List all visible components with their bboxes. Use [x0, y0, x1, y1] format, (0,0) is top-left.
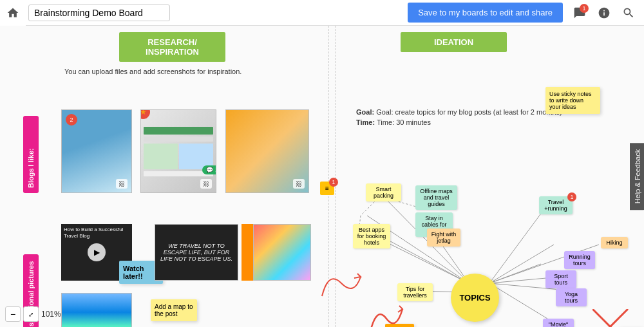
research-header: RESEARCH/ INSPIRATION — [119, 32, 225, 62]
blog-image-2[interactable]: ★ 💬 1 ⛓ — [140, 109, 216, 193]
zoom-level: 101% — [41, 310, 61, 319]
play-button[interactable]: ▶ — [88, 243, 106, 261]
travel-quote-image[interactable]: WE TRAVEL NOT TO ESCAPE LIFE, BUT FOR LI… — [155, 224, 238, 281]
svg-line-10 — [489, 209, 544, 283]
link-icon-1: ⛓ — [116, 179, 128, 189]
blog-image-3[interactable]: ⛓ — [225, 109, 309, 193]
orange-bar — [242, 224, 253, 281]
link-icon-2: ⛓ — [200, 179, 212, 189]
home-button[interactable] — [0, 0, 26, 26]
info-button[interactable] — [594, 3, 614, 23]
top-bar: Save to my boards to edit and share 1 — [0, 0, 644, 26]
hiking-node[interactable]: Hiking — [601, 237, 628, 248]
best-apps-node[interactable]: Best apps for booking hotels — [353, 224, 390, 248]
travel-running-badge: 1 — [567, 192, 576, 201]
smart-packing-node[interactable]: Smart packing — [366, 183, 401, 201]
fight-jetlag-node[interactable]: Fight with jetlag — [427, 229, 460, 247]
blogs-label: Blogs I like: — [23, 116, 39, 193]
scroll-sticky[interactable]: ≡ 1 — [320, 182, 334, 195]
save-button[interactable]: Save to my boards to edit and share — [408, 3, 563, 23]
yoga-tours-node[interactable]: Yoga tours — [556, 288, 587, 306]
add-map-sticky[interactable]: Add a map to the post — [151, 299, 197, 321]
running-tours-node[interactable]: Running tours — [564, 251, 595, 269]
help-feedback-tab[interactable]: Help & Feedback — [630, 143, 644, 210]
goal-text-area: Goal: Goal: create topics for my blog po… — [356, 108, 562, 126]
notif-bubble-1: 💬 1 — [202, 165, 216, 174]
topics-node[interactable]: TOPICS — [451, 274, 499, 322]
board-title-input[interactable] — [28, 5, 170, 21]
travel-running-node[interactable]: Travel +running 1 — [539, 196, 573, 214]
scroll-badge: 1 — [329, 178, 338, 187]
ideation-header: IDEATION — [401, 32, 507, 52]
offline-maps-node[interactable]: Offline maps and travel guides — [415, 185, 457, 210]
movie-tours-node[interactable]: "Movie" tours — [543, 319, 574, 327]
chat-button[interactable]: 1 — [569, 3, 590, 23]
bottom-orange-sticky[interactable] — [385, 324, 414, 327]
landscape-image[interactable] — [61, 293, 132, 327]
divider-line-1 — [328, 26, 329, 327]
search-button[interactable] — [618, 3, 639, 23]
canvas[interactable]: RESEARCH/ INSPIRATION IDEATION You can u… — [0, 26, 644, 327]
divider-line-2 — [335, 26, 336, 327]
tips-travellers-node[interactable]: Tips for travellers — [397, 283, 433, 301]
svg-line-19 — [592, 309, 628, 327]
svg-line-6 — [489, 264, 541, 283]
expand-button[interactable]: ⤢ — [23, 306, 39, 322]
topbar-icons: 1 — [569, 3, 639, 23]
sport-tours-node[interactable]: Sport tours — [545, 270, 576, 288]
badge-2: 2 — [66, 114, 77, 126]
zoom-out-button[interactable]: − — [5, 306, 21, 322]
svg-line-7 — [489, 245, 554, 283]
zoom-controls: − ⤢ 101% — [5, 306, 61, 322]
chat-badge: 1 — [580, 4, 589, 13]
link-icon-3: ⛓ — [293, 179, 305, 189]
sticky-note-ideas[interactable]: Use sticky notes to write down your idea… — [545, 87, 600, 114]
blog-image-1[interactable]: 2 ⛓ — [61, 109, 132, 193]
svg-line-18 — [592, 309, 628, 327]
colorful-image[interactable] — [253, 224, 311, 281]
upload-text: You can upload files and add screenshots… — [64, 68, 242, 75]
